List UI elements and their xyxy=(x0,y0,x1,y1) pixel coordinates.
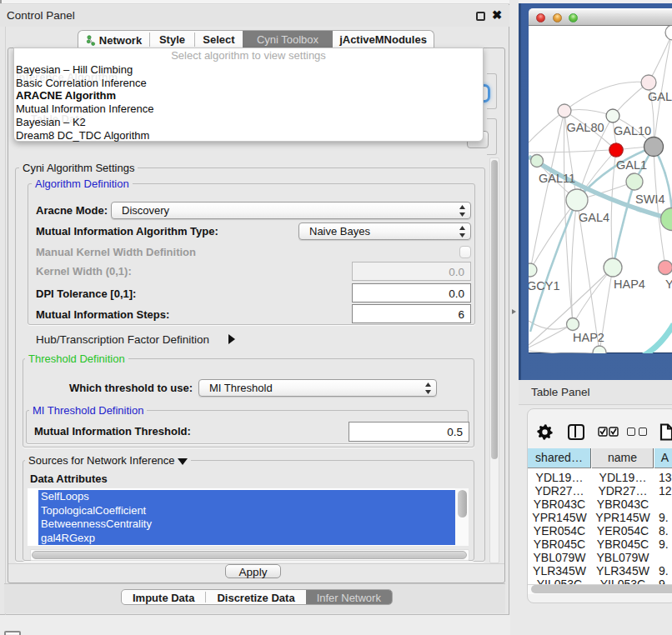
svg-text:HAP4: HAP4 xyxy=(614,278,645,291)
svg-text:GCY1: GCY1 xyxy=(529,279,560,292)
svg-text:GAL11: GAL11 xyxy=(539,172,575,185)
svg-text:SWI4: SWI4 xyxy=(635,192,664,206)
svg-text:GAL10: GAL10 xyxy=(614,124,651,138)
svg-text:HAP2: HAP2 xyxy=(573,331,604,344)
svg-text:GAL4: GAL4 xyxy=(579,211,609,224)
svg-text:GAL1: GAL1 xyxy=(616,158,647,172)
svg-text:Y: Y xyxy=(665,278,672,291)
svg-text:GAL: GAL xyxy=(648,90,672,103)
svg-text:GAL80: GAL80 xyxy=(566,121,604,134)
